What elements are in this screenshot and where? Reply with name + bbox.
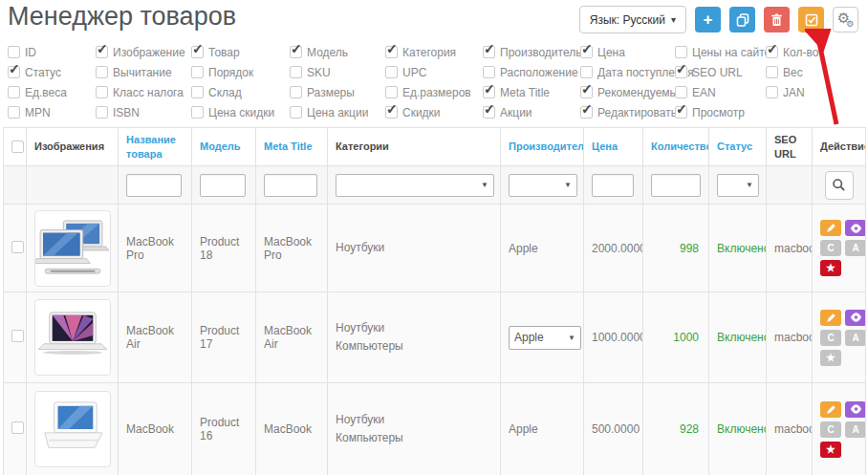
action-a-button[interactable]: A xyxy=(845,240,866,256)
toggle-special-price[interactable]: Цена акции xyxy=(290,102,385,122)
settings-button[interactable]: ⚙⚙ xyxy=(833,7,858,32)
toggle-mpn[interactable]: MPN xyxy=(8,102,96,122)
toggle-discount-price[interactable]: Цена скидки xyxy=(191,102,290,122)
toggle-ean[interactable]: EAN xyxy=(675,82,766,102)
featured-star-button[interactable]: ★ xyxy=(820,260,841,276)
product-model: Product 17 xyxy=(192,292,256,383)
toggle-product[interactable]: Товар xyxy=(191,42,290,62)
edit-button[interactable] xyxy=(820,401,841,418)
toggle-upc[interactable]: UPC xyxy=(385,62,483,82)
product-meta-title: MacBook Air xyxy=(256,292,328,383)
filter-price-input[interactable] xyxy=(592,174,634,197)
toggle-specials[interactable]: Акции xyxy=(483,102,580,122)
filter-manufacturer-select[interactable] xyxy=(509,174,577,197)
edit-columns-button[interactable] xyxy=(798,7,824,32)
filter-status-select[interactable] xyxy=(717,174,759,197)
product-name: MacBook Pro xyxy=(119,205,192,292)
toggle-id[interactable]: ID xyxy=(8,42,96,62)
table-header-row: Изображения Название товара Модель Meta … xyxy=(4,128,866,166)
header-price: Цена xyxy=(584,128,643,166)
toggle-jan[interactable]: JAN xyxy=(766,82,852,102)
toggle-dimension-unit[interactable]: Ед.размеров xyxy=(385,82,483,102)
toggle-manufacturer[interactable]: Производитель xyxy=(483,42,580,62)
row-checkbox-cell xyxy=(4,292,27,383)
edit-button[interactable] xyxy=(820,220,841,236)
toggle-stock[interactable]: Склад xyxy=(191,82,290,102)
filter-empty-seo-cell xyxy=(767,166,813,205)
toggle-site-prices[interactable]: Цены на сайте xyxy=(675,42,766,62)
toggle-isbn[interactable]: ISBN xyxy=(96,102,191,122)
action-buttons: C A ★ xyxy=(820,310,866,366)
row-checkbox-cell xyxy=(4,205,27,292)
search-button[interactable] xyxy=(825,171,854,200)
copy-product-button[interactable] xyxy=(729,7,755,32)
sort-link-model[interactable]: Модель xyxy=(200,140,241,152)
view-button[interactable] xyxy=(845,401,866,418)
toggle-featured[interactable]: Рекомендуемый xyxy=(580,82,675,102)
sort-link-quantity[interactable]: Количество xyxy=(651,140,709,152)
delete-product-button[interactable] xyxy=(764,7,790,32)
toggle-image[interactable]: Изображение xyxy=(96,42,191,62)
toggle-date-available[interactable]: Дата поступления xyxy=(580,62,675,82)
sort-link-manufacturer[interactable]: Производитель xyxy=(509,140,584,152)
add-product-button[interactable]: + xyxy=(695,7,721,32)
row-checkbox[interactable] xyxy=(11,241,24,253)
product-price: 2000.0000 xyxy=(584,205,643,292)
pencil-icon xyxy=(826,223,836,233)
toggle-meta-title[interactable]: Meta Title xyxy=(483,82,580,102)
filter-category-select[interactable] xyxy=(336,174,494,197)
checkbox-icon xyxy=(191,66,204,78)
sort-link-product-name[interactable]: Название товара xyxy=(126,134,176,159)
toggle-dimensions[interactable]: Размеры xyxy=(290,82,385,102)
header-categories: Категории xyxy=(328,128,501,166)
view-button[interactable] xyxy=(845,220,866,236)
toggle-edit[interactable]: Редактировать xyxy=(580,102,675,122)
toggle-sort-order[interactable]: Порядок xyxy=(191,62,290,82)
toggle-view[interactable]: Просмотр xyxy=(675,102,766,122)
action-a-button[interactable]: A xyxy=(845,330,866,346)
action-c-button[interactable]: C xyxy=(820,330,841,346)
action-c-button[interactable]: C xyxy=(820,421,841,438)
action-a-button[interactable]: A xyxy=(845,421,866,438)
pencil-icon xyxy=(826,404,836,415)
toggle-sku[interactable]: SKU xyxy=(290,62,385,82)
toggle-weight[interactable]: Вес xyxy=(766,62,852,82)
sort-link-status[interactable]: Статус xyxy=(717,140,752,152)
select-all-checkbox[interactable] xyxy=(11,140,24,153)
toggle-column-8: Цены на сайте SEO URL EAN Просмотр xyxy=(675,42,766,122)
toggle-discounts[interactable]: Скидки xyxy=(385,102,483,122)
featured-star-button[interactable]: ★ xyxy=(820,350,841,366)
sort-link-meta-title[interactable]: Meta Title xyxy=(264,140,313,152)
toggle-seo-url[interactable]: SEO URL xyxy=(675,62,766,82)
edit-button[interactable] xyxy=(820,310,841,326)
toggle-location[interactable]: Расположение xyxy=(483,62,580,82)
row-checkbox[interactable] xyxy=(11,330,24,342)
action-c-button[interactable]: C xyxy=(820,240,841,256)
sort-link-price[interactable]: Цена xyxy=(592,140,618,152)
toggle-model[interactable]: Модель xyxy=(290,42,385,62)
language-dropdown[interactable]: Язык: Русский ▾ xyxy=(579,6,686,33)
row-checkbox[interactable] xyxy=(11,421,24,434)
toggle-status[interactable]: Статус xyxy=(8,62,96,82)
filter-name-input[interactable] xyxy=(126,174,182,197)
featured-star-button[interactable]: ★ xyxy=(820,442,841,458)
filter-model-input[interactable] xyxy=(200,174,246,197)
toggle-price[interactable]: Цена xyxy=(580,42,675,62)
filter-manufacturer-cell xyxy=(501,166,584,205)
eye-icon xyxy=(850,404,862,414)
view-button[interactable] xyxy=(845,310,866,326)
header-model: Модель xyxy=(192,128,256,166)
toggle-column-4: Модель SKU Размеры Цена акции xyxy=(290,42,385,122)
filter-quantity-input[interactable] xyxy=(651,174,701,197)
toggle-tax-class[interactable]: Класс налога xyxy=(96,82,191,102)
product-quantity: 998 xyxy=(643,205,709,292)
trash-icon xyxy=(770,13,783,27)
toggle-category[interactable]: Категория xyxy=(385,42,483,62)
toggle-weight-unit[interactable]: Ед.веса xyxy=(8,82,96,102)
checkbox-icon xyxy=(385,66,398,78)
toggle-subtract[interactable]: Вычитание xyxy=(96,62,191,82)
toggle-quantity[interactable]: Кол-во xyxy=(766,42,852,62)
checkbox-icon xyxy=(290,46,302,58)
filter-meta-title-input[interactable] xyxy=(264,174,317,197)
manufacturer-select[interactable]: Apple xyxy=(509,326,581,350)
